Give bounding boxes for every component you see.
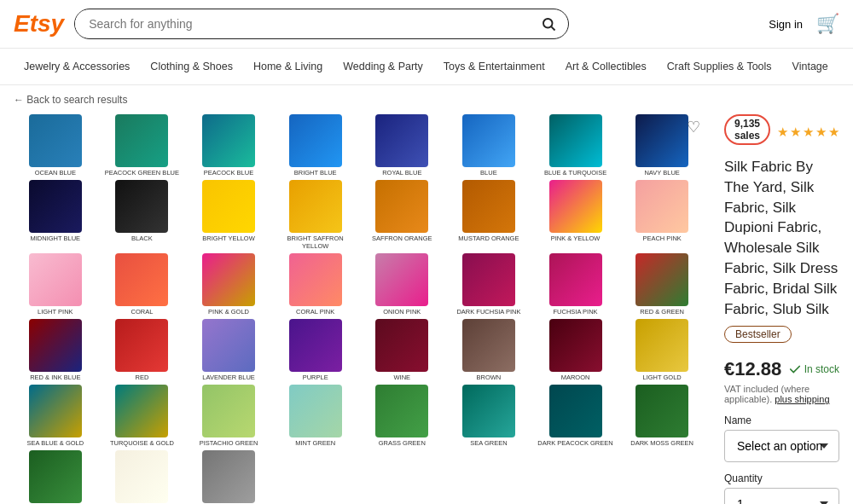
fabric-swatch-lavender-blue [202,319,255,372]
name-select[interactable]: Select an option [724,430,839,462]
fabric-item-purple[interactable]: PURPLE [274,319,357,381]
fabric-item-dark-moss-green[interactable]: DARK MOSS GREEN [620,385,704,447]
fabric-item-midnight-blue[interactable]: MIDNIGHT BLUE [14,180,97,250]
vat-info: VAT included (where applicable). plus sh… [724,384,839,404]
fabric-label-blue: BLUE [480,169,497,177]
fabric-item-red-ink-blue[interactable]: RED & INK BLUE [14,319,97,381]
fabric-swatch-pink-gold [202,253,255,306]
fabric-item-blue[interactable]: BLUE [447,114,531,177]
fabric-item-grey[interactable]: GREY [187,450,270,504]
fabric-item-bright-saffron-yellow[interactable]: BRIGHT SAFFRON YELLOW [274,180,357,250]
nav-item-wedding-party[interactable]: Wedding & Party [333,55,433,78]
fabric-swatch-coral [115,253,168,306]
fabric-label-turquoise-gold: TURQUOISE & GOLD [110,439,174,447]
fabric-item-ocean-blue[interactable]: OCEAN BLUE [14,114,97,177]
fabric-item-sea-blue-gold[interactable]: SEA BLUE & GOLD [14,385,97,447]
breadcrumb[interactable]: ← Back to search results [0,85,853,114]
nav-item-vintage[interactable]: Vintage [782,55,838,78]
fabric-item-coral[interactable]: CORAL [101,253,184,316]
quantity-select[interactable]: 1 [724,488,839,504]
fabric-item-turquoise-gold[interactable]: TURQUOISE & GOLD [101,385,184,447]
fabric-swatch-peacock-green-blue [115,114,168,167]
etsy-logo[interactable]: Etsy [14,10,64,38]
cart-icon[interactable]: 🛒 [816,13,839,35]
fabric-item-royal-blue[interactable]: ROYAL BLUE [360,114,444,177]
fabric-item-ivory[interactable]: IVORY [101,450,184,504]
fabric-item-dark-fuchsia-pink[interactable]: DARK FUCHSIA PINK [447,253,531,316]
fabric-label-saffron-orange: SAFFRON ORANGE [372,235,432,242]
fabric-item-mustard-orange[interactable]: MUSTARD ORANGE [447,180,531,250]
fabric-item-lavender-blue[interactable]: LAVENDER BLUE [187,319,270,381]
bestseller-badge[interactable]: Bestseller [724,326,792,343]
header-actions: Sign in 🛒 [769,13,839,35]
fabric-label-bright-saffron-yellow: BRIGHT SAFFRON YELLOW [274,235,357,250]
fabric-item-dark-peacock-green[interactable]: DARK PEACOCK GREEN [534,385,618,447]
nav-item-toys-entertainment[interactable]: Toys & Entertainment [433,55,555,78]
fabric-label-light-gold: LIGHT GOLD [643,374,682,381]
fabric-item-maroon[interactable]: MAROON [534,319,618,381]
nav-item-jewelry-accessories[interactable]: Jewelry & Accessories [14,55,140,78]
fabric-label-light-pink: LIGHT PINK [38,308,73,316]
search-input[interactable] [75,10,529,38]
fabric-label-peacock-green-blue: PEACOCK GREEN BLUE [105,169,179,177]
star-4: ★ [815,125,827,140]
fabric-item-bright-blue[interactable]: BRIGHT BLUE [274,114,357,177]
fabric-swatch-peach-pink [635,180,688,233]
svg-point-0 [543,19,553,28]
fabric-label-bright-blue: BRIGHT BLUE [294,169,337,177]
fabric-item-pink-gold[interactable]: PINK & GOLD [187,253,270,316]
fabric-item-red[interactable]: RED [101,319,184,381]
fabric-item-saffron-orange[interactable]: SAFFRON ORANGE [360,180,444,250]
fabric-label-pistachio-green: PISTACHIO GREEN [200,439,258,447]
fabric-label-coral: CORAL [131,308,154,316]
fabric-swatch-mint-green [289,385,342,437]
nav-item-craft-supplies-tools[interactable]: Craft Supplies & Tools [657,55,782,78]
fabric-item-wine[interactable]: WINE [360,319,444,381]
product-image-area: OCEAN BLUEPEACOCK GREEN BLUEPEACOCK BLUE… [14,114,704,504]
fabric-swatch-navy-blue [635,114,688,167]
fabric-item-sea-green[interactable]: SEA GREEN [447,385,531,447]
fabric-label-mint-green: MINT GREEN [295,439,335,447]
fabric-item-forest-green[interactable]: FOREST GREEN [14,450,97,504]
fabric-label-wine: WINE [393,374,410,381]
fabric-item-bright-yellow[interactable]: BRIGHT YELLOW [187,180,270,250]
fabric-label-black: BLACK [131,235,153,242]
fabric-item-mint-green[interactable]: MINT GREEN [274,385,357,447]
fabric-item-grass-green[interactable]: GRASS GREEN [360,385,444,447]
fabric-swatch-mustard-orange [462,180,515,233]
fabric-item-pistachio-green[interactable]: PISTACHIO GREEN [187,385,270,447]
fabric-item-pink-yellow[interactable]: PINK & YELLOW [534,180,618,250]
fabric-swatch-grass-green [375,385,428,437]
wishlist-button[interactable]: ♡ [687,118,700,136]
nav-item-art-collectibles[interactable]: Art & Collectibles [555,55,657,78]
fabric-item-peacock-blue[interactable]: PEACOCK BLUE [187,114,270,177]
plus-shipping-link[interactable]: plus shipping [775,394,829,404]
fabric-item-red-green[interactable]: RED & GREEN [620,253,704,316]
search-button[interactable] [529,9,568,38]
fabric-label-mustard-orange: MUSTARD ORANGE [458,235,519,242]
fabric-grid: OCEAN BLUEPEACOCK GREEN BLUEPEACOCK BLUE… [14,114,704,504]
fabric-label-red-green: RED & GREEN [640,308,684,316]
fabric-label-sea-green: SEA GREEN [470,439,507,447]
fabric-item-blue-turquoise[interactable]: BLUE & TURQUOISE [534,114,618,177]
fabric-item-onion-pink[interactable]: ONION PINK [360,253,444,316]
nav-item-clothing-shoes[interactable]: Clothing & Shoes [140,55,243,78]
sign-in-button[interactable]: Sign in [769,18,803,31]
fabric-swatch-sea-blue-gold [29,385,82,437]
fabric-label-coral-pink: CORAL PINK [296,308,334,316]
nav-item-home-living[interactable]: Home & Living [243,55,333,78]
fabric-item-peacock-green-blue[interactable]: PEACOCK GREEN BLUE [101,114,184,177]
fabric-item-coral-pink[interactable]: CORAL PINK [274,253,357,316]
fabric-swatch-red-ink-blue [29,319,82,372]
fabric-swatch-ocean-blue [29,114,82,167]
fabric-label-peacock-blue: PEACOCK BLUE [204,169,253,177]
fabric-item-fuchsia-pink[interactable]: FUCHSIA PINK [534,253,618,316]
fabric-label-grass-green: GRASS GREEN [379,439,426,447]
fabric-item-light-pink[interactable]: LIGHT PINK [14,253,97,316]
fabric-swatch-peacock-blue [202,114,255,167]
fabric-item-brown[interactable]: BROWN [447,319,531,381]
fabric-label-navy-blue: NAVY BLUE [644,169,679,177]
fabric-item-light-gold[interactable]: LIGHT GOLD [620,319,704,381]
fabric-item-black[interactable]: BLACK [101,180,184,250]
fabric-item-peach-pink[interactable]: PEACH PINK [620,180,704,250]
